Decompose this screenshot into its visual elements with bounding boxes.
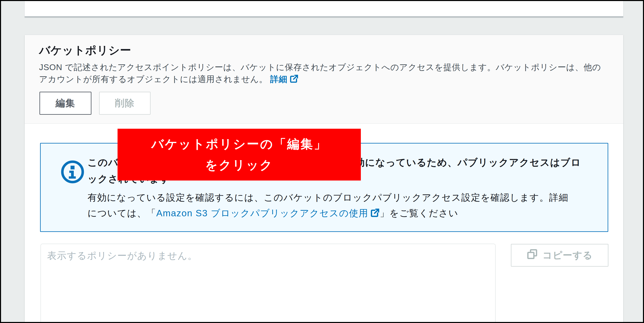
bucket-policy-card: バケットポリシー JSON で記述されたアクセスポイントポリシーは、バケットに保… <box>25 35 623 323</box>
delete-button-label: 削除 <box>115 97 135 110</box>
copy-button[interactable]: コピーする <box>511 244 608 267</box>
section-description: JSON で記述されたアクセスポイントポリシーは、バケットに保存されたオブジェク… <box>39 61 612 86</box>
copy-button-label: コピーする <box>542 249 593 262</box>
edit-button[interactable]: 編集 <box>40 92 92 115</box>
description-line2: アカウントが所有するオブジェクトには適用されません。 <box>39 74 268 84</box>
external-link-icon <box>290 74 298 86</box>
info-icon <box>60 160 84 185</box>
alert-body-line2-prefix: については、「 <box>88 208 156 218</box>
alert-body-line1: 有効になっている設定を確認するには、このバケットのブロックパブリックアクセス設定… <box>88 192 568 203</box>
policy-empty-message: 表示するポリシーがありません。 <box>47 249 198 262</box>
alert-body: 有効になっている設定を確認するには、このバケットのブロックパブリックアクセス設定… <box>88 190 601 222</box>
external-link-icon <box>370 207 380 222</box>
previous-section-card <box>25 0 623 17</box>
delete-button[interactable]: 削除 <box>99 92 150 115</box>
bpa-docs-link[interactable]: Amazon S3 ブロックパブリックアクセスの使用 <box>156 208 368 218</box>
annotation-line1: バケットポリシーの「編集」 <box>151 134 327 155</box>
s3-console-page: バケットポリシー JSON で記述されたアクセスポイントポリシーは、バケットに保… <box>0 0 644 323</box>
copy-icon <box>526 248 538 262</box>
policy-viewer: 表示するポリシーがありません。 <box>40 244 496 323</box>
details-link[interactable]: 詳細 <box>270 74 288 84</box>
description-line1: JSON で記述されたアクセスポイントポリシーは、バケットに保存されたオブジェク… <box>39 63 601 72</box>
edit-button-label: 編集 <box>56 97 76 110</box>
annotation-line2: をクリック <box>205 155 273 176</box>
alert-body-line2-suffix: 」をご覧ください <box>380 208 458 218</box>
tutorial-annotation-overlay: バケットポリシーの「編集」 をクリック <box>118 129 361 181</box>
page-title: バケットポリシー <box>39 44 131 57</box>
